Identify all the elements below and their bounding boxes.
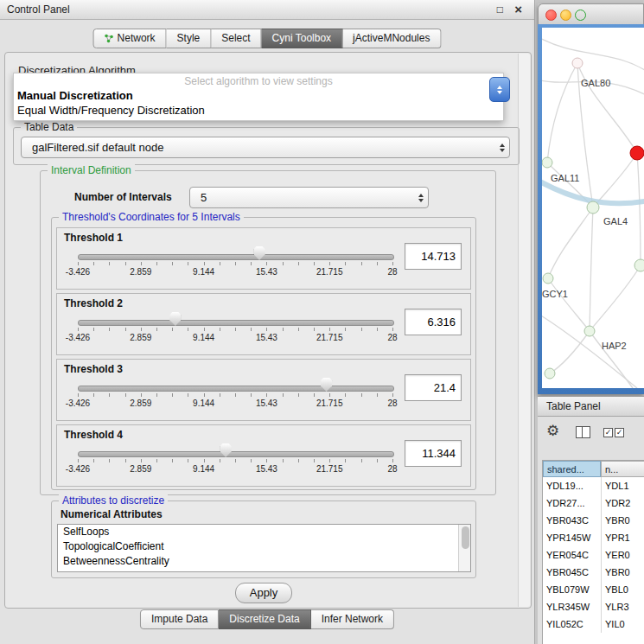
table-cell[interactable]: YBR043C xyxy=(543,512,601,529)
table-row[interactable]: YBR043CYBR0 xyxy=(543,512,644,529)
table-row[interactable]: YDR27...YDR2 xyxy=(543,494,644,512)
tick-label: 21.715 xyxy=(316,399,343,408)
slider-tick-marks xyxy=(78,262,394,265)
thresholds-group-label: Threshold's Coordinates for 5 Intervals xyxy=(59,211,244,223)
tick-label: 9.144 xyxy=(193,267,214,277)
table-cell[interactable]: YBL0 xyxy=(601,581,644,598)
attribute-item-selfloops[interactable]: SelfLoops xyxy=(58,525,470,539)
select-none-checkbox-icon[interactable]: ✓ xyxy=(615,428,624,437)
table-cell[interactable]: YDL19... xyxy=(543,477,601,494)
tick-label: 28 xyxy=(387,464,397,474)
toolbox-tab-bar: NetworkStyleSelectCyni ToolboxjActiveMNo… xyxy=(93,29,442,48)
tab-jactivemnodules[interactable]: jActiveMNodules xyxy=(342,29,441,48)
attribute-item-betweennesscentrality[interactable]: BetweennessCentrality xyxy=(58,554,470,569)
columns-icon[interactable] xyxy=(576,426,590,438)
column-header-shared-name[interactable]: shared... xyxy=(543,461,601,477)
attributes-group: Attributes to discretize Numerical Attri… xyxy=(51,501,476,578)
algorithm-combo-stepper[interactable] xyxy=(489,77,510,102)
network-canvas[interactable]: GAL80GAL11GAL4GCY1HAP2 xyxy=(542,28,644,388)
cyni-toolbox-panel: Discretization Algorithm Select algorith… xyxy=(4,52,532,609)
threshold-slider-track[interactable] xyxy=(78,320,394,326)
threshold-slider-track[interactable] xyxy=(78,254,394,260)
close-icon[interactable]: × xyxy=(514,2,522,16)
bottom-tab-bar: Impute DataDiscretize DataInfer Network xyxy=(140,609,394,629)
table-cell[interactable]: YIL052C xyxy=(543,615,601,633)
threshold-value-field[interactable]: 11.344 xyxy=(405,440,462,467)
threshold-value-field[interactable]: 21.4 xyxy=(405,374,462,401)
algorithm-option-equal-width-frequency-discretization[interactable]: Equal Width/Frequency Discretization xyxy=(14,103,503,118)
attribute-item-topologicalcoefficient[interactable]: TopologicalCoefficient xyxy=(58,539,470,554)
threshold-row-1: Threshold 1-3.4262.8599.14415.4321.71528… xyxy=(56,227,471,290)
slider-tick-marks xyxy=(78,328,394,331)
minimize-button[interactable] xyxy=(560,10,571,21)
network-node-label: GAL11 xyxy=(551,173,579,183)
network-node-pink[interactable] xyxy=(572,58,583,68)
list-scrollbar[interactable] xyxy=(458,525,470,571)
table-row[interactable]: YBR045CYBR0 xyxy=(543,564,644,581)
network-node-green[interactable] xyxy=(584,326,595,336)
tab-style[interactable]: Style xyxy=(167,29,212,48)
table-data-combobox[interactable]: galFiltered.sif default node xyxy=(21,137,510,158)
tick-label: -3.426 xyxy=(66,399,90,408)
numerical-attributes-list[interactable]: SelfLoopsTopologicalCoefficientBetweenne… xyxy=(57,524,471,572)
network-node-green[interactable] xyxy=(543,273,553,284)
tick-label: 21.715 xyxy=(316,333,343,342)
table-panel-title: Table Panel xyxy=(546,400,601,412)
table-cell[interactable]: YDR27... xyxy=(543,494,601,512)
tick-label: 2.859 xyxy=(130,464,151,474)
table-cell[interactable]: YBL079W xyxy=(543,581,601,598)
network-node-label: HAP2 xyxy=(602,341,627,351)
zoom-button[interactable] xyxy=(575,10,586,21)
combo-stepper-icon[interactable] xyxy=(414,194,428,202)
table-cell[interactable]: YLR3 xyxy=(601,598,644,615)
table-row[interactable]: YPR145WYPR1 xyxy=(543,529,644,546)
table-cell[interactable]: YBR0 xyxy=(601,512,644,529)
tick-label: 28 xyxy=(387,399,397,408)
tab-discretize-data[interactable]: Discretize Data xyxy=(219,609,310,629)
vertical-scrollbar[interactable] xyxy=(518,54,530,607)
table-cell[interactable]: YDR2 xyxy=(601,494,644,512)
table-row[interactable]: YER054CYER0 xyxy=(543,546,644,564)
network-node-green[interactable] xyxy=(587,201,599,214)
threshold-slider-track[interactable] xyxy=(78,451,394,457)
network-node-green[interactable] xyxy=(545,368,555,379)
list-scrollbar-thumb[interactable] xyxy=(462,526,469,549)
combo-stepper-icon[interactable] xyxy=(495,143,509,152)
threshold-value-field[interactable]: 6.316 xyxy=(405,309,462,335)
slider-tick-marks xyxy=(78,393,394,397)
table-row[interactable]: YLR345WYLR3 xyxy=(543,598,644,615)
tab-label: Impute Data xyxy=(151,613,207,626)
apply-button[interactable]: Apply xyxy=(235,583,292,603)
tab-infer-network[interactable]: Infer Network xyxy=(311,609,394,629)
table-cell[interactable]: YLR345W xyxy=(543,598,601,615)
table-cell[interactable]: YDL1 xyxy=(601,477,644,494)
table-cell[interactable]: YPR145W xyxy=(543,529,601,546)
table-cell[interactable]: YBR0 xyxy=(601,564,644,581)
close-button[interactable] xyxy=(545,10,557,21)
network-node-green[interactable] xyxy=(634,259,644,271)
table-cell[interactable]: YIL0 xyxy=(601,615,644,633)
threshold-row-2: Threshold 2-3.4262.8599.14415.4321.71528… xyxy=(56,293,471,355)
network-node-red[interactable] xyxy=(630,146,644,160)
table-row[interactable]: YIL052CYIL0 xyxy=(543,615,644,633)
tab-cyni-toolbox[interactable]: Cyni Toolbox xyxy=(262,29,342,48)
select-all-checkbox-icon[interactable]: ✓ xyxy=(603,428,613,437)
float-window-icon[interactable]: □ xyxy=(497,3,503,16)
column-header-name[interactable]: n... xyxy=(601,461,644,477)
tab-select[interactable]: Select xyxy=(211,29,261,48)
table-cell[interactable]: YBR045C xyxy=(543,564,601,581)
network-node-green[interactable] xyxy=(542,157,552,168)
table-row[interactable]: YDL19...YDL1 xyxy=(543,477,644,494)
table-cell[interactable]: YPR1 xyxy=(601,529,644,546)
threshold-slider-track[interactable] xyxy=(78,386,394,392)
table-row[interactable]: YBL079WYBL0 xyxy=(543,581,644,598)
table-cell[interactable]: YER0 xyxy=(601,546,644,564)
tab-impute-data[interactable]: Impute Data xyxy=(140,609,219,629)
gear-icon[interactable]: ⚙ xyxy=(546,422,559,440)
tab-network[interactable]: Network xyxy=(93,29,167,48)
tick-label: -3.426 xyxy=(66,267,90,277)
number-of-intervals-combobox[interactable]: 5 xyxy=(189,187,429,208)
table-cell[interactable]: YER054C xyxy=(543,546,601,564)
algorithm-option-manual-discretization[interactable]: Manual Discretization xyxy=(14,88,503,103)
threshold-value-field[interactable]: 14.713 xyxy=(405,243,462,270)
